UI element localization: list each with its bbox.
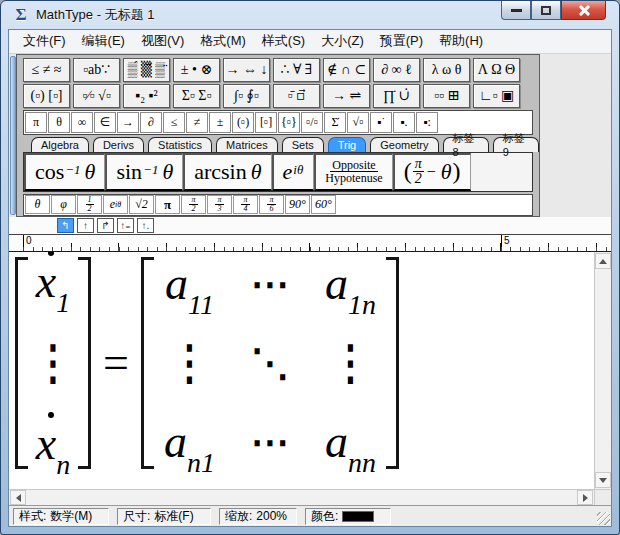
status-size-panel[interactable]: 尺寸:标准(F) bbox=[117, 508, 211, 525]
status-color-panel[interactable]: 颜色: bbox=[305, 508, 391, 525]
resize-grip[interactable] bbox=[597, 512, 610, 525]
symbol-palette-button[interactable]: ▒́ ▒⃗ ▒̈ bbox=[123, 58, 170, 82]
small-symbol-button[interactable]: → bbox=[117, 112, 139, 133]
maximize-icon bbox=[541, 6, 551, 15]
tabstop-center[interactable]: ↑ bbox=[77, 218, 94, 233]
menu-preferences[interactable]: 预置(P) bbox=[372, 30, 431, 52]
tab-geometry[interactable]: Geometry bbox=[370, 137, 438, 152]
template-pi-over-2-minus-theta[interactable]: (π2−θ) bbox=[393, 153, 471, 191]
template-arcsin[interactable]: arcsinθ bbox=[183, 153, 271, 191]
template-palette-button[interactable]: → ⇌ bbox=[323, 84, 370, 108]
tab-matrices[interactable]: Matrices bbox=[216, 137, 278, 152]
small-symbol-button[interactable]: √▫ bbox=[347, 112, 369, 133]
scroll-down-button[interactable] bbox=[595, 472, 611, 488]
menu-size[interactable]: 大小(Z) bbox=[313, 30, 372, 52]
small-symbol-button[interactable]: ≠ bbox=[186, 112, 208, 133]
tabstop-right[interactable]: ↱ bbox=[97, 218, 114, 233]
template-palette-button[interactable]: ∫▫ ∮▫ bbox=[223, 84, 270, 108]
quick-phi[interactable]: φ bbox=[51, 195, 76, 214]
template-palette-button[interactable]: (▫) [▫] bbox=[23, 84, 70, 108]
close-button[interactable] bbox=[561, 1, 606, 20]
tabstop-align-equal[interactable]: ↑₌ bbox=[117, 218, 134, 233]
symbol-palette-button[interactable]: Λ Ω Θ bbox=[473, 58, 520, 82]
quick-pi[interactable]: π bbox=[155, 195, 180, 214]
template-e-i-theta[interactable]: eiθ bbox=[272, 153, 315, 191]
menu-view[interactable]: 视图(V) bbox=[133, 30, 192, 52]
small-symbol-button[interactable]: ▪: bbox=[416, 112, 438, 133]
quick-pi-over-6[interactable]: π6 bbox=[259, 195, 284, 214]
matrix-cell: ann bbox=[325, 419, 376, 465]
quick-pi-over-3[interactable]: π3 bbox=[207, 195, 232, 214]
quick-theta[interactable]: θ bbox=[25, 195, 50, 214]
status-zoom-panel[interactable]: 缩放:200% bbox=[219, 508, 297, 525]
tab-derivs[interactable]: Derivs bbox=[93, 137, 144, 152]
menu-file[interactable]: 文件(F) bbox=[15, 30, 74, 52]
tab-algebra[interactable]: Algebra bbox=[31, 137, 89, 152]
template-inverse-sin[interactable]: sin−1θ bbox=[105, 153, 183, 191]
equation[interactable]: x1 ⋮ xn = a11 ⋯ a1n ⋮ ⋱ ⋮ an1 ⋯ ann bbox=[15, 257, 399, 469]
quick-pi-over-4[interactable]: π4 bbox=[233, 195, 258, 214]
small-symbol-button[interactable]: π bbox=[25, 112, 47, 133]
tab-statistics[interactable]: Statistics bbox=[148, 137, 212, 152]
template-opposite-hypotenuse[interactable]: OppositeHypotenuse bbox=[314, 153, 392, 191]
small-symbol-button[interactable]: ∂ bbox=[140, 112, 162, 133]
quick-90-deg[interactable]: 90° bbox=[285, 195, 310, 214]
small-symbol-button[interactable]: (▫) bbox=[232, 112, 254, 133]
menu-edit[interactable]: 编辑(E) bbox=[74, 30, 133, 52]
quick-sqrt-2[interactable]: √2 bbox=[129, 195, 154, 214]
template-palette-button[interactable]: Σ▫ Σ▫ bbox=[173, 84, 220, 108]
scrollbar-corner bbox=[594, 490, 611, 505]
symbol-palette-button[interactable]: → ⇔ ↓ bbox=[223, 58, 270, 82]
template-palette-button[interactable]: ∏̇ ∪̇ bbox=[373, 84, 420, 108]
template-palette-button[interactable]: ∟▫ ▣ bbox=[473, 84, 520, 108]
symbol-palette-button[interactable]: ▫ab∵ bbox=[73, 58, 120, 82]
quick-one-half[interactable]: 12 bbox=[77, 195, 102, 214]
ruler[interactable]: 05 bbox=[9, 235, 611, 252]
menu-format[interactable]: 格式(M) bbox=[192, 30, 254, 52]
symbol-palette-button[interactable]: ∴ ∀ ∃ bbox=[273, 58, 320, 82]
client-area: 文件(F)编辑(E)视图(V)格式(M)样式(S)大小(Z)预置(P)帮助(H)… bbox=[8, 29, 612, 527]
tabstop-align-decimal[interactable]: ↑. bbox=[137, 218, 154, 233]
tab-label-8[interactable]: 标签 8 bbox=[443, 137, 489, 152]
menu-style[interactable]: 样式(S) bbox=[254, 30, 313, 52]
small-symbol-button[interactable]: ± bbox=[209, 112, 231, 133]
symbol-palette-button[interactable]: ± • ⊗ bbox=[173, 58, 220, 82]
template-palette-button[interactable]: ▪₂ ▪² bbox=[123, 84, 170, 108]
small-symbol-button[interactable]: ▪. bbox=[393, 112, 415, 133]
small-symbol-button[interactable]: {▫} bbox=[278, 112, 300, 133]
symbol-palette-button[interactable]: ∉ ∩ ⊂ bbox=[323, 58, 370, 82]
matrix-cell: a11 bbox=[165, 261, 214, 307]
template-palette-button[interactable]: ▫▫ ⊞ bbox=[423, 84, 470, 108]
template-palette-button[interactable]: ▫∕▫ √▫ bbox=[73, 84, 120, 108]
small-symbol-button[interactable]: ∞ bbox=[71, 112, 93, 133]
symbol-palette-button[interactable]: ∂ ∞ ℓ bbox=[373, 58, 420, 82]
symbol-palette-button[interactable]: ≤ ≠ ≈ bbox=[23, 58, 70, 82]
small-symbol-button[interactable]: Σ̇ bbox=[324, 112, 346, 133]
maximize-button[interactable] bbox=[531, 1, 561, 20]
small-symbol-button[interactable]: ▪˙ bbox=[370, 112, 392, 133]
small-symbol-button[interactable]: ∈ bbox=[94, 112, 116, 133]
horizontal-scrollbar[interactable] bbox=[9, 489, 611, 505]
scroll-left-button[interactable] bbox=[10, 490, 26, 505]
editing-canvas[interactable]: x1 ⋮ xn = a11 ⋯ a1n ⋮ ⋱ ⋮ an1 ⋯ ann bbox=[9, 252, 611, 489]
quick-pi-over-2[interactable]: π2 bbox=[181, 195, 206, 214]
tabstop-left[interactable]: ↰ bbox=[57, 218, 74, 233]
minimize-button[interactable] bbox=[501, 1, 531, 20]
quick-e-i-theta[interactable]: eiθ bbox=[103, 195, 128, 214]
tab-sets[interactable]: Sets bbox=[282, 137, 324, 152]
scroll-right-button[interactable] bbox=[577, 490, 593, 505]
symbol-palette-button[interactable]: λ ω θ bbox=[423, 58, 470, 82]
template-palette-button[interactable]: ▫̄ ▫⃗ bbox=[273, 84, 320, 108]
vertical-scrollbar[interactable] bbox=[594, 252, 611, 489]
small-symbol-button[interactable]: ▫/▫ bbox=[301, 112, 323, 133]
tab-label-9[interactable]: 标签 9 bbox=[493, 137, 539, 152]
tab-trig[interactable]: Trig bbox=[328, 137, 367, 152]
small-symbol-button[interactable]: [▫] bbox=[255, 112, 277, 133]
template-inverse-cos[interactable]: cos−1θ bbox=[24, 153, 105, 191]
small-symbol-button[interactable]: ≤ bbox=[163, 112, 185, 133]
quick-60-deg[interactable]: 60° bbox=[311, 195, 336, 214]
scroll-up-button[interactable] bbox=[595, 253, 611, 269]
small-symbol-button[interactable]: θ bbox=[48, 112, 70, 133]
status-style-panel[interactable]: 样式:数学(M) bbox=[13, 508, 109, 525]
menu-help[interactable]: 帮助(H) bbox=[431, 30, 491, 52]
